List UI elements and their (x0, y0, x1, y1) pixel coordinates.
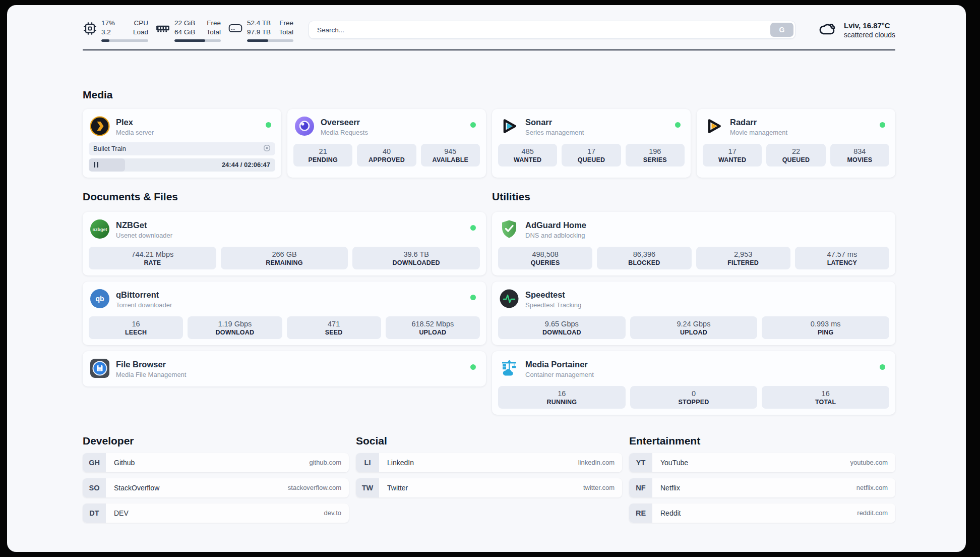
stat-tile: 47.57 msLATENCY (795, 247, 889, 269)
stat-tile: 86,396BLOCKED (597, 247, 691, 269)
nzbget-icon: nzbget (90, 219, 110, 241)
ram-total-label: Total (206, 28, 221, 37)
link-row-reddit[interactable]: RE Reddit reddit.com (629, 504, 895, 523)
utilities-column: Utilities (492, 191, 895, 415)
weather-condition: scattered clouds (844, 31, 895, 39)
disk-free: 52.4 TB (247, 19, 271, 28)
app-card-qbittorrent[interactable]: qb qBittorrent Torrent downloader 16LEEC… (83, 282, 486, 345)
stat-tile: 21PENDING (293, 144, 352, 166)
app-name: Sonarr (525, 118, 584, 127)
link-name: Github (114, 459, 135, 467)
link-url: reddit.com (857, 509, 888, 517)
app-subtitle: Movie management (730, 129, 787, 136)
status-dot (470, 225, 476, 231)
ram-free: 22 GiB (174, 19, 195, 28)
stat-tile: 196SERIES (626, 144, 685, 166)
stat-tile: 744.21 MbpsRATE (89, 247, 216, 269)
portainer-icon (499, 358, 519, 380)
pause-icon[interactable] (94, 162, 98, 168)
app-card-plex[interactable]: Plex Media server Bullet Train (83, 109, 281, 178)
app-card-portainer[interactable]: Media Portainer Container management 16R… (492, 351, 895, 415)
documents-column: Documents & Files nzbget (83, 191, 486, 415)
stat-tile: 9.65 GbpsDOWNLOAD (498, 316, 626, 339)
link-row-dev[interactable]: DT DEV dev.to (83, 504, 349, 523)
link-url: twitter.com (583, 484, 615, 491)
app-name: Radarr (730, 118, 787, 127)
disk-free-label: Free (279, 19, 293, 28)
link-row-youtube[interactable]: YT YouTube youtube.com (629, 453, 895, 472)
ram-free-label: Free (207, 19, 221, 28)
link-badge: NF (629, 478, 652, 497)
status-dot (880, 122, 885, 128)
app-card-filebrowser[interactable]: File Browser Media File Management (83, 351, 486, 386)
search-input[interactable] (309, 26, 795, 34)
cpu-label: CPU (134, 19, 148, 28)
link-badge: SO (83, 478, 106, 497)
link-badge: DT (83, 504, 106, 523)
app-name: Speedtest (525, 290, 581, 299)
app-name: Overseerr (321, 118, 368, 127)
app-subtitle: Usenet downloader (116, 232, 172, 239)
app-card-sonarr[interactable]: Sonarr Series management 485WANTED 17QUE… (492, 109, 691, 178)
link-row-stackoverflow[interactable]: SO StackOverflow stackoverflow.com (83, 478, 349, 497)
ram-progress-bar (174, 39, 221, 42)
link-row-twitter[interactable]: TW Twitter twitter.com (356, 478, 622, 497)
playback-time: 24:44 / 02:06:47 (222, 161, 270, 169)
section-title-social: Social (356, 435, 622, 447)
app-subtitle: Torrent downloader (116, 301, 172, 309)
qbittorrent-icon: qb (90, 289, 110, 311)
stat-tile: 498,508QUERIES (498, 247, 592, 269)
app-name: NZBGet (116, 220, 172, 230)
status-dot (266, 122, 271, 128)
entertainment-column: Entertainment YT YouTube youtube.com NF … (629, 435, 895, 523)
developer-column: Developer GH Github github.com SO StackO… (83, 435, 349, 523)
media-grid: Plex Media server Bullet Train (83, 109, 895, 178)
app-card-overseerr[interactable]: Overseerr Media Requests 21PENDING 40APP… (287, 109, 486, 178)
disk-stat: 52.4 TBFree 97.9 TBTotal (228, 18, 293, 42)
app-card-radarr[interactable]: Radarr Movie management 17WANTED 22QUEUE… (697, 109, 895, 178)
section-title-media: Media (83, 89, 895, 101)
radarr-icon (704, 116, 724, 138)
app-subtitle: DNS and adblocking (525, 232, 586, 239)
link-row-netflix[interactable]: NF Netflix netflix.com (629, 478, 895, 497)
section-title-documents: Documents & Files (83, 191, 486, 203)
stat-tile: 22QUEUED (766, 144, 825, 166)
now-playing-title: Bullet Train (93, 145, 126, 152)
app-name: qBittorrent (116, 290, 172, 299)
link-badge: TW (356, 478, 379, 497)
search-go-button[interactable]: G (770, 23, 793, 37)
link-name: StackOverflow (114, 484, 159, 492)
search-bar: G (309, 21, 795, 39)
ram-icon (155, 18, 170, 38)
status-dot (470, 295, 476, 300)
link-url: youtube.com (850, 459, 888, 466)
header-divider (83, 49, 895, 50)
app-card-adguard[interactable]: AdGuard Home DNS and adblocking 498,508Q… (492, 212, 895, 275)
app-card-nzbget[interactable]: nzbget NZBGet Usenet downloader 744.21 M… (83, 212, 486, 275)
cpu-stat: 17%CPU 3.2Load (83, 18, 148, 42)
stat-tile: 40APPROVED (357, 144, 416, 166)
link-badge: LI (356, 453, 379, 472)
link-badge: RE (629, 504, 652, 523)
stat-tile: 834MOVIES (830, 144, 889, 166)
svg-text:qb: qb (95, 295, 104, 303)
app-subtitle: Media File Management (116, 371, 186, 378)
stat-tile: 16LEECH (89, 316, 183, 339)
cpu-load: 3.2 (101, 28, 111, 37)
stat-tile: 16TOTAL (762, 386, 889, 409)
disk-total-label: Total (279, 28, 293, 37)
app-name: Plex (116, 118, 154, 127)
link-url: netflix.com (856, 484, 888, 491)
link-name: Netflix (660, 484, 680, 492)
status-dot (675, 122, 681, 128)
stat-tile: 945AVAILABLE (421, 144, 480, 166)
link-row-github[interactable]: GH Github github.com (83, 453, 349, 472)
overseerr-icon (294, 116, 315, 138)
cpu-icon (83, 18, 97, 38)
app-card-speedtest[interactable]: Speedtest Speedtest Tracking 9.65 GbpsDO… (492, 282, 895, 345)
disk-progress-bar (247, 39, 293, 42)
app-name: AdGuard Home (525, 220, 586, 230)
link-url: github.com (309, 459, 341, 466)
disk-icon (228, 18, 243, 38)
link-row-linkedin[interactable]: LI LinkedIn linkedin.com (356, 453, 622, 472)
